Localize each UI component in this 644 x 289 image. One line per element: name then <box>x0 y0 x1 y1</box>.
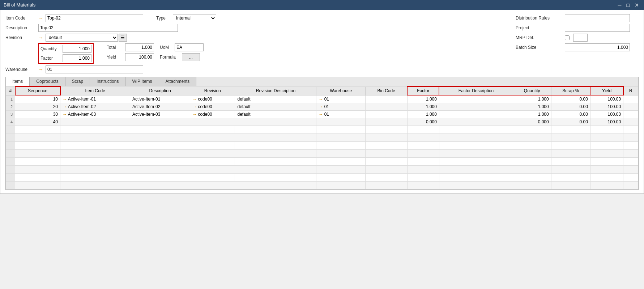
revision-cell[interactable]: → code00 <box>190 111 235 118</box>
qty-cell[interactable]: 0.000 <box>513 118 551 126</box>
empty-row <box>6 182 638 190</box>
seq-cell[interactable]: 30 <box>15 111 60 118</box>
item-code-cell[interactable] <box>60 118 130 126</box>
factor-desc-cell[interactable] <box>439 103 513 111</box>
description-cell[interactable]: Active-Item-02 <box>130 103 190 111</box>
yield-cell[interactable]: 100.00 <box>590 111 623 118</box>
item-code-cell[interactable]: → Active-Item-01 <box>60 95 130 103</box>
row-num-cell: 2 <box>6 103 15 111</box>
r-cell[interactable] <box>623 95 638 103</box>
warehouse-cell[interactable] <box>316 118 366 126</box>
uom-input[interactable] <box>175 43 204 51</box>
item-code-cell[interactable]: → Active-Item-02 <box>60 103 130 111</box>
factor-desc-cell[interactable] <box>439 95 513 103</box>
revision-desc-cell[interactable]: default <box>235 103 316 111</box>
bin-code-cell[interactable] <box>366 95 408 103</box>
item-code-cell[interactable]: → Active-Item-03 <box>60 111 130 118</box>
r-cell[interactable] <box>623 111 638 118</box>
seq-cell[interactable]: 10 <box>15 95 60 103</box>
project-input[interactable] <box>565 24 630 32</box>
factor-cell[interactable]: 1.000 <box>407 103 439 111</box>
description-label: Description <box>5 25 36 30</box>
scrap-cell[interactable]: 0.00 <box>551 118 590 126</box>
items-table: # Sequence Item Code Description Revisio… <box>6 86 638 190</box>
mrp-def-input[interactable] <box>573 34 588 42</box>
tab-attachments[interactable]: Attachments <box>159 77 197 86</box>
yield-cell[interactable]: 100.00 <box>590 95 623 103</box>
tab-instructions[interactable]: Instructions <box>90 77 125 86</box>
table-row[interactable]: 4400.0000.0000.00100.00 <box>6 118 638 126</box>
seq-cell[interactable]: 20 <box>15 103 60 111</box>
yield-input[interactable] <box>125 53 154 61</box>
tabs-container: Items Coproducts Scrap Instructions WIP … <box>5 77 639 190</box>
distribution-rules-input[interactable] <box>565 14 630 22</box>
description-cell[interactable] <box>130 118 190 126</box>
qty-cell[interactable]: 1.000 <box>513 95 551 103</box>
factor-cell[interactable]: 1.000 <box>407 95 439 103</box>
bin-code-cell[interactable] <box>366 118 408 126</box>
distribution-rules-label: Distribution Rules <box>516 16 563 21</box>
factor-desc-cell[interactable] <box>439 111 513 118</box>
empty-row <box>6 150 638 158</box>
type-label: Type <box>156 16 171 21</box>
table-row[interactable]: 220→ Active-Item-02Active-Item-02→ code0… <box>6 103 638 111</box>
tab-scrap[interactable]: Scrap <box>65 77 90 86</box>
item-code-label: Item Code <box>5 16 36 21</box>
empty-row <box>6 126 638 134</box>
revision-desc-cell[interactable] <box>235 118 316 126</box>
bin-code-cell[interactable] <box>366 103 408 111</box>
tab-coproducts[interactable]: Coproducts <box>30 77 65 86</box>
tab-items[interactable]: Items <box>6 77 30 86</box>
warehouse-cell[interactable]: → 01 <box>316 111 366 118</box>
col-sequence: Sequence <box>15 86 60 95</box>
col-yield: Yield <box>590 86 623 95</box>
warehouse-input[interactable] <box>46 65 143 73</box>
scrap-cell[interactable]: 0.00 <box>551 95 590 103</box>
quantity-input[interactable] <box>63 45 91 53</box>
warehouse-label: Warehouse <box>5 67 36 72</box>
factor-input[interactable] <box>63 54 91 62</box>
description-input[interactable] <box>38 24 178 32</box>
minimize-button[interactable]: ─ <box>617 3 623 8</box>
qty-cell[interactable]: 1.000 <box>513 103 551 111</box>
description-cell[interactable]: Active-Item-03 <box>130 111 190 118</box>
window-title: Bill of Materials <box>4 2 35 8</box>
revision-cell[interactable] <box>190 118 235 126</box>
type-select[interactable]: Internal <box>173 14 216 22</box>
warehouse-cell[interactable]: → 01 <box>316 95 366 103</box>
close-button[interactable]: ✕ <box>633 3 640 8</box>
batch-size-input[interactable] <box>565 43 630 51</box>
factor-desc-cell[interactable] <box>439 118 513 126</box>
scrap-cell[interactable]: 0.00 <box>551 103 590 111</box>
revision-desc-cell[interactable]: default <box>235 111 316 118</box>
r-cell[interactable] <box>623 118 638 126</box>
revision-list-button[interactable]: ☰ <box>119 34 127 42</box>
arrow-icon-item: → <box>38 15 43 21</box>
warehouse-cell[interactable]: → 01 <box>316 103 366 111</box>
revision-desc-cell[interactable]: default <box>235 95 316 103</box>
scrap-cell[interactable]: 0.00 <box>551 111 590 118</box>
factor-cell[interactable]: 1.000 <box>407 111 439 118</box>
total-input[interactable] <box>125 43 154 51</box>
col-r: R <box>623 86 638 95</box>
mrp-def-checkbox[interactable] <box>565 35 570 40</box>
revision-cell[interactable]: → code00 <box>190 103 235 111</box>
revision-select[interactable]: default <box>46 34 118 42</box>
r-cell[interactable] <box>623 103 638 111</box>
maximize-button[interactable]: □ <box>625 3 631 8</box>
yield-cell[interactable]: 100.00 <box>590 118 623 126</box>
factor-cell[interactable]: 0.000 <box>407 118 439 126</box>
formula-button[interactable]: ... <box>182 53 200 61</box>
qty-cell[interactable]: 1.000 <box>513 111 551 118</box>
seq-cell[interactable]: 40 <box>15 118 60 126</box>
table-row[interactable]: 110→ Active-Item-01Active-Item-01→ code0… <box>6 95 638 103</box>
description-cell[interactable]: Active-Item-01 <box>130 95 190 103</box>
item-code-input[interactable] <box>46 14 143 22</box>
tab-wip-items[interactable]: WIP Items <box>125 77 159 86</box>
col-item-code: Item Code <box>60 86 130 95</box>
revision-cell[interactable]: → code00 <box>190 95 235 103</box>
bin-code-cell[interactable] <box>366 111 408 118</box>
yield-cell[interactable]: 100.00 <box>590 103 623 111</box>
row-num-cell: 4 <box>6 118 15 126</box>
table-row[interactable]: 330→ Active-Item-03Active-Item-03→ code0… <box>6 111 638 118</box>
